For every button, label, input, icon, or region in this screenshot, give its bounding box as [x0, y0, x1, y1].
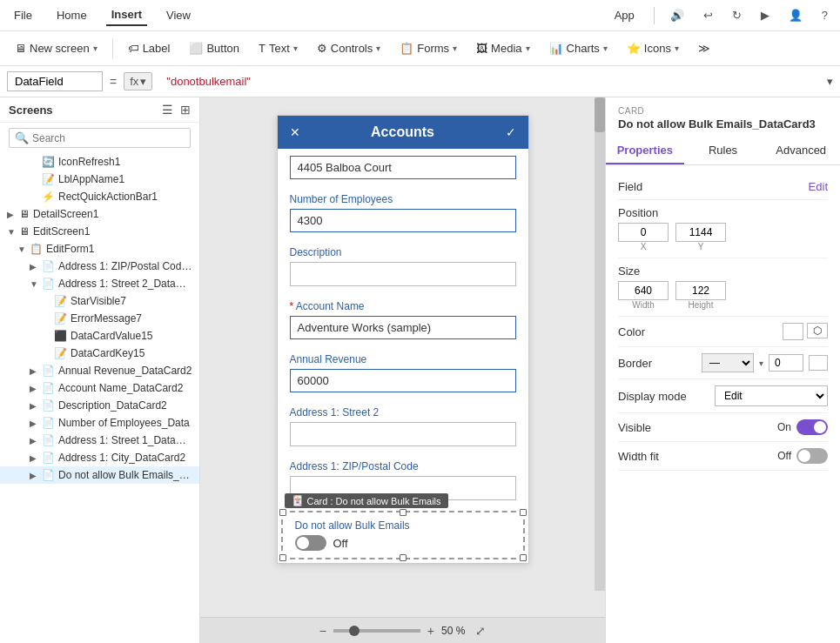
charts-button[interactable]: 📊 Charts ▾: [541, 37, 615, 59]
star-icon: 📝: [54, 295, 67, 307]
scroll-bar[interactable]: [595, 97, 605, 591]
grid-view-icon[interactable]: ⊞: [180, 103, 191, 117]
tree-item-datacardkey15[interactable]: 📝 DataCardKey15: [0, 345, 199, 362]
undo-icon[interactable]: ↩: [700, 5, 716, 25]
redo-icon[interactable]: ↻: [729, 5, 745, 25]
rect-icon: ⚡: [42, 191, 55, 203]
formula-input[interactable]: [159, 73, 820, 90]
more-button[interactable]: ≫: [690, 37, 718, 59]
border-width-input[interactable]: [769, 354, 803, 372]
play-icon[interactable]: ▶: [757, 5, 773, 25]
tooltip-badge: 🃏 Card : Do not allow Bulk Emails: [285, 493, 448, 508]
tree-item-editscreen1[interactable]: ▼ 🖥 EditScreen1: [0, 223, 199, 240]
field-value-account-name[interactable]: Adventure Works (sample): [290, 316, 516, 339]
tree-item-lblappname1[interactable]: 📝 LblAppName1: [0, 171, 199, 188]
prop-x-input[interactable]: [618, 223, 669, 242]
border-style-select[interactable]: — ··· - -: [702, 353, 754, 372]
border-color-swatch[interactable]: [809, 355, 828, 371]
fx-button[interactable]: fx ▾: [124, 72, 152, 90]
field-value-street1: 4405 Balboa Court: [290, 156, 516, 179]
tree-item-numemployees[interactable]: ▶ 📄 Number of Employees_Data: [0, 414, 199, 432]
new-screen-button[interactable]: 🖥 New screen ▾: [7, 37, 105, 59]
fullscreen-button[interactable]: ⤢: [475, 624, 486, 638]
menu-file[interactable]: File: [9, 5, 37, 25]
tree-item-annualrevenue[interactable]: ▶ 📄 Annual Revenue_DataCard2: [0, 362, 199, 379]
tree-item-donotallow[interactable]: ▶ 📄 Do not allow Bulk Emails_D...: [0, 466, 199, 484]
button-button[interactable]: ⬜ Button: [181, 37, 247, 59]
screen-icon-edit: 🖥: [19, 225, 30, 238]
prop-field-edit[interactable]: Edit: [809, 180, 828, 193]
chevron-down-icon-charts: ▾: [603, 44, 608, 53]
equals-sign: =: [110, 75, 117, 89]
handle-bm: [400, 554, 407, 561]
prop-border-label: Border: [618, 357, 652, 370]
prop-height-input[interactable]: [675, 281, 726, 300]
card-icon-street1: 📄: [42, 434, 55, 446]
field-label-description: Description: [290, 246, 516, 258]
icons-button[interactable]: ⭐ Icons ▾: [619, 37, 687, 59]
tree-item-starvisible7[interactable]: 📝 StarVisible7: [0, 292, 199, 310]
tab-properties[interactable]: Properties: [606, 137, 684, 164]
field-value-description[interactable]: [290, 262, 516, 286]
media-button[interactable]: 🖼 Media ▾: [468, 37, 537, 59]
check-icon[interactable]: ✓: [506, 125, 516, 139]
toolbar: 🖥 New screen ▾ 🏷 Label ⬜ Button T Text ▾…: [0, 31, 840, 66]
zoom-slider[interactable]: [333, 629, 420, 633]
tree-item-accountname[interactable]: ▶ 📄 Account Name_DataCard2: [0, 379, 199, 397]
card-icon-desc: 📄: [42, 399, 55, 412]
prop-width-input[interactable]: [618, 281, 669, 300]
tree-item-addr1street1[interactable]: ▶ 📄 Address 1: Street 1_DataCar: [0, 432, 199, 449]
tab-advanced[interactable]: Advanced: [762, 137, 840, 164]
tree-item-addr1zip[interactable]: ▶ 📄 Address 1: ZIP/Postal Code_: [0, 258, 199, 275]
search-box[interactable]: 🔍: [9, 128, 191, 148]
close-icon[interactable]: ✕: [290, 125, 300, 139]
charts-icon: 📊: [549, 42, 563, 55]
tab-rules[interactable]: Rules: [684, 137, 763, 164]
error-icon: 📝: [54, 312, 67, 325]
visible-toggle[interactable]: [796, 419, 828, 435]
field-value-street2[interactable]: [290, 422, 516, 446]
prop-widthfit-row: Width fit Off: [618, 442, 828, 471]
properties-panel: Field Edit Position X Y: [606, 165, 840, 643]
tree-item-addr1street2[interactable]: ▼ 📄 Address 1: Street 2_DataCar: [0, 275, 199, 292]
prop-y-input[interactable]: [675, 223, 726, 242]
voice-icon[interactable]: 🔊: [667, 5, 688, 25]
list-view-icon[interactable]: ☰: [162, 103, 173, 117]
user-icon[interactable]: 👤: [785, 5, 806, 25]
label-button[interactable]: 🏷 Label: [120, 37, 178, 59]
toggle-field-selected[interactable]: Do not allow Bulk Emails Off: [281, 511, 525, 559]
tree-item-rect[interactable]: ⚡ RectQuickActionBar1: [0, 188, 199, 205]
tree-item-label: Description_DataCard2: [58, 399, 192, 412]
menu-home[interactable]: Home: [51, 5, 92, 25]
tree-item-detailscreen1[interactable]: ▶ 🖥 DetailScreen1: [0, 205, 199, 223]
tree-item-label: StarVisible7: [71, 295, 192, 307]
widthfit-toggle[interactable]: [796, 448, 828, 464]
prop-width-label: Width: [632, 300, 655, 310]
menu-insert[interactable]: Insert: [106, 4, 147, 26]
field-name-input[interactable]: [7, 71, 103, 91]
controls-button[interactable]: ⚙ Controls ▾: [309, 37, 388, 59]
tree-item-errormsg7[interactable]: 📝 ErrorMessage7: [0, 310, 199, 327]
tree-item-editform1[interactable]: ▼ 📋 EditForm1: [0, 240, 199, 258]
zoom-in-button[interactable]: +: [427, 624, 434, 638]
text-button[interactable]: T Text ▾: [251, 37, 306, 59]
tree-item-label: IconRefresh1: [58, 156, 192, 168]
help-icon[interactable]: ?: [818, 5, 831, 25]
tree-item-addr1city[interactable]: ▶ 📄 Address 1: City_DataCard2: [0, 449, 199, 466]
menu-view[interactable]: View: [161, 5, 196, 25]
color-swatch[interactable]: [783, 323, 803, 340]
prop-widthfit-label: Width fit: [618, 450, 659, 463]
forms-button[interactable]: 📋 Forms ▾: [392, 37, 465, 59]
zoom-out-button[interactable]: −: [319, 624, 326, 638]
tree-item-description[interactable]: ▶ 📄 Description_DataCard2: [0, 397, 199, 414]
search-input[interactable]: [32, 132, 185, 144]
tree-item-iconrefresh1[interactable]: 🔄 IconRefresh1: [0, 153, 199, 171]
field-value-annual-revenue[interactable]: 60000: [290, 369, 516, 392]
display-mode-select[interactable]: Edit View Disabled: [715, 385, 828, 406]
formula-dropdown-icon[interactable]: ▾: [827, 75, 833, 88]
scroll-thumb[interactable]: [595, 97, 605, 132]
color-picker-icon[interactable]: ⬡: [807, 323, 828, 338]
toggle-switch[interactable]: [295, 535, 326, 551]
tree-item-datacardvalue15[interactable]: ⬛ DataCardValue15: [0, 327, 199, 345]
field-value-employees[interactable]: 4300: [290, 209, 516, 232]
